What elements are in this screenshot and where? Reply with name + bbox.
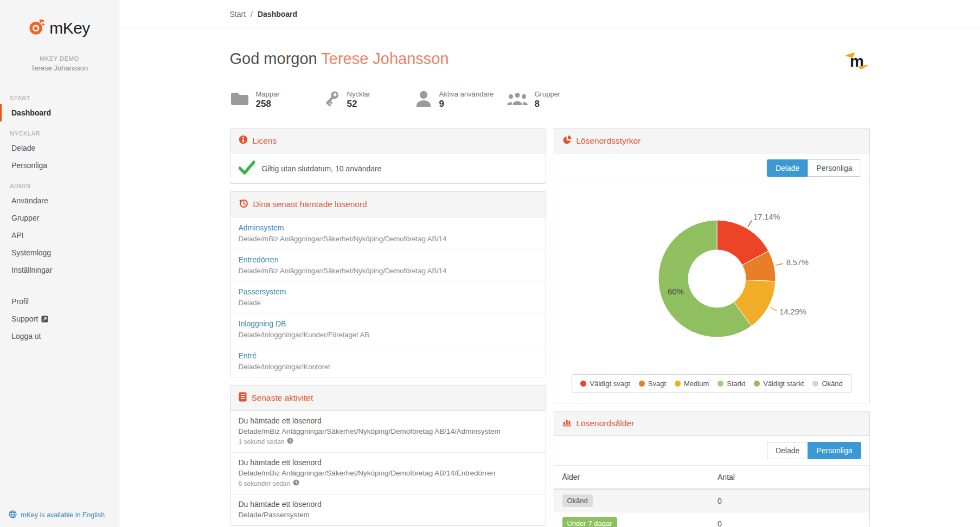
sidebar-section-items: Dashboard (0, 104, 119, 121)
password-list-item: Inloggning DB Delade/Inloggningar/Kunder… (230, 313, 546, 345)
password-path: Delade/mBiz Anläggningar/Säkerhet/Nyköpi… (239, 235, 537, 243)
sidebar-item[interactable]: Dashboard (0, 104, 119, 121)
stat-value: 52 (347, 99, 370, 110)
greeting-text: God morgon (230, 50, 317, 67)
age-toggle-personliga-button[interactable]: Personliga (808, 442, 861, 459)
sidebar-item-label: Systemlogg (11, 248, 51, 257)
activity-panel: Senaste aktivitet Du hämtade ett lösenor… (230, 385, 546, 526)
sidebar: mKey MKEY DEMO Terese Johansson START Da… (0, 0, 119, 527)
legend-item[interactable]: Medium (675, 380, 709, 388)
legend-item[interactable]: Väldigt starkt (754, 380, 804, 388)
password-strength-donut: 17.14%8.57%14.29%60% (561, 185, 862, 373)
activity-list: Du hämtade ett lösenord Delade/mBiz Anlä… (230, 411, 546, 525)
password-link[interactable]: Entré (239, 351, 257, 360)
sidebar-item[interactable]: Profil (0, 293, 119, 310)
recent-passwords-header: Dina senast hämtade lösenord (230, 192, 546, 217)
greeting-user-name: Terese Johansson (321, 50, 449, 67)
password-link[interactable]: Adminsystem (239, 223, 284, 232)
bar-chart-icon (562, 418, 572, 429)
sidebar-item-label: Logga ut (11, 332, 41, 340)
password-strengths-title: Lösenordsstyrkor (577, 136, 641, 146)
users-icon (507, 91, 528, 109)
svg-text:8.57%: 8.57% (786, 258, 809, 267)
sidebar-item[interactable]: Logga ut (0, 327, 119, 345)
count-column-header: Antal (718, 473, 735, 481)
password-link[interactable]: Passersystem (239, 287, 286, 296)
activity-list-item: Du hämtade ett lösenord Delade/mBiz Anlä… (230, 411, 546, 453)
check-icon (239, 160, 255, 176)
legend-item[interactable]: Okänd (812, 380, 842, 388)
password-list-item: Passersystem Delade (230, 281, 546, 313)
greeting-row: God morgon Terese Johansson m (230, 50, 870, 74)
legend-dot (580, 381, 586, 387)
sidebar-section-label: START (0, 86, 119, 104)
password-list-item: Adminsystem Delade/mBiz Anläggningar/Säk… (230, 217, 546, 249)
sidebar-item-label: Inställningar (11, 266, 53, 274)
legend-item[interactable]: Svagt (639, 380, 666, 388)
password-strengths-panel: Lösenordsstyrkor Delade Personliga 17.14… (554, 128, 870, 403)
sidebar-item[interactable]: Systemlogg (0, 244, 119, 261)
info-icon (239, 135, 248, 146)
sidebar-item[interactable]: Grupper (0, 209, 119, 227)
page-title: God morgon Terese Johansson (230, 50, 449, 68)
sidebar-item-label: Grupper (11, 214, 39, 222)
activity-list-item: Du hämtade ett lösenord Delade/Passersys… (230, 494, 546, 525)
user-icon (414, 90, 433, 110)
age-table-row: Under 7 dagar 0 (554, 512, 869, 527)
globe-icon (9, 510, 17, 520)
age-badge: Okänd (562, 494, 593, 507)
main-area: Start / Dashboard God morgon Terese Joha… (119, 0, 980, 527)
legend-label: Starkt (727, 380, 745, 388)
history-icon (239, 198, 248, 210)
content: God morgon Terese Johansson m (119, 28, 980, 527)
password-link[interactable]: Inloggning DB (239, 319, 286, 328)
legend-dot (812, 381, 818, 387)
password-path: Delade/Inloggningar/Kontoret (239, 363, 537, 371)
account-info: MKEY DEMO Terese Johansson (0, 55, 119, 72)
account-name: MKEY DEMO (0, 55, 119, 62)
activity-path: Delade/Passersystem (239, 511, 537, 519)
sidebar-item[interactable]: Inställningar (0, 261, 119, 279)
external-link-icon (41, 316, 48, 323)
sidebar-section-start: START Dashboard (0, 86, 119, 121)
sidebar-item[interactable]: API (0, 227, 119, 244)
license-status-text: Giltig utan slutdatum, 10 användare (262, 164, 382, 173)
password-path: Delade/Inloggningar/Kunder/Företaget AB (239, 331, 537, 339)
strengths-scope-toggle: Delade Personliga (767, 159, 861, 177)
password-link[interactable]: Entredörren (239, 255, 279, 264)
legend-item[interactable]: Starkt (718, 380, 745, 388)
sidebar-section-items: Användare Grupper API Systemlogg (0, 192, 119, 279)
stat-value: 8 (535, 99, 561, 110)
key-icon (322, 90, 341, 110)
sidebar-section-user: Profil Support (0, 293, 119, 345)
activity-path: Delade/mBiz Anläggningar/Säkerhet/Nyköpi… (239, 427, 537, 435)
license-panel-title: Licens (253, 136, 277, 146)
legend-item[interactable]: Väldigt svagt (580, 380, 630, 388)
sidebar-section-label: ADMIN (0, 174, 119, 192)
stat-label: Aktiva användare (439, 90, 494, 98)
sidebar-item[interactable]: Support (0, 310, 119, 327)
language-switch-link[interactable]: mKey is available in English (9, 510, 105, 520)
stat-label: Mappar (256, 90, 280, 98)
chart-legend: Väldigt svagt Svagt (572, 374, 851, 393)
activity-panel-title: Senaste aktivitet (252, 393, 313, 403)
breadcrumb-start-link[interactable]: Start (230, 10, 246, 18)
activity-time-text: 1 sekund sedan (239, 438, 285, 446)
strengths-toggle-delade-button[interactable]: Delade (767, 159, 808, 177)
password-strengths-header: Lösenordsstyrkor (554, 128, 869, 153)
sidebar-item[interactable]: Användare (0, 192, 119, 209)
legend-label: Medium (684, 380, 709, 388)
activity-time-text: 6 sekunder sedan (239, 480, 290, 487)
age-toggle-delade-button[interactable]: Delade (767, 442, 808, 459)
sidebar-item[interactable]: Personliga (0, 157, 119, 174)
sidebar-item-label: Dashboard (11, 108, 51, 117)
sidebar-item-label: Användare (11, 196, 48, 205)
legend-label: Väldigt starkt (763, 380, 804, 388)
sidebar-item[interactable]: Delade (0, 139, 119, 157)
stat-aktiva-anvandare: Aktiva användare 9 (414, 90, 507, 110)
activity-action: Du hämtade ett lösenord (239, 500, 537, 509)
strengths-chart-area: 17.14%8.57%14.29%60% Väldigt svagt (554, 183, 869, 403)
legend-dot (754, 381, 760, 387)
strengths-toggle-personliga-button[interactable]: Personliga (808, 159, 861, 177)
legend-label: Svagt (648, 380, 666, 388)
